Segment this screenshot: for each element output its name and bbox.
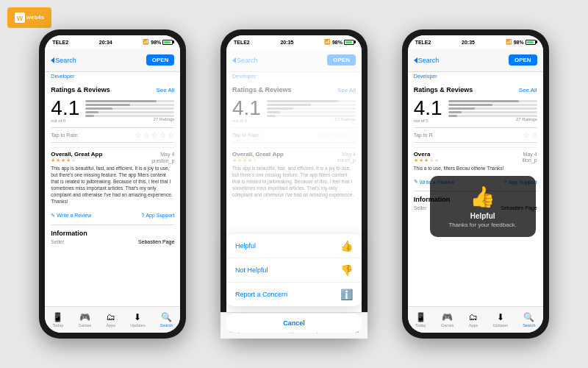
- nav-bar-2: Search OPEN: [226, 49, 362, 72]
- bars-area-1: 27 Ratings: [85, 98, 174, 121]
- helpful-subtitle-3: Thanks for your feedback.: [448, 222, 517, 228]
- ratings-row-1: 4.1 out of 5 27 Ratings: [51, 98, 174, 123]
- time-1: 20:34: [99, 40, 112, 45]
- big-score-1: 4.1 out of 5: [51, 98, 79, 123]
- write-review-link-1[interactable]: ✎Write a Review: [51, 213, 91, 219]
- phone-1-screen: TELE2 20:34 📶 98% Search OPEN Developer: [45, 35, 180, 333]
- info-section-1: Information Seller Sebastien Page: [51, 224, 174, 244]
- review-card-3: Overa May 4 ★★★★★ illon_p This a to use,…: [414, 147, 537, 171]
- content-1: Ratings & Reviews See All 4.1 out of 5: [45, 80, 180, 306]
- tab-apps-1[interactable]: 🗂Apps: [106, 312, 115, 328]
- app-support-link-1[interactable]: ?App Support: [142, 213, 175, 219]
- phone-3-screen: TELE2 20:35 📶 98% Search OPEN Developer: [408, 35, 543, 333]
- battery-pct-1: 98%: [151, 40, 161, 45]
- phone-3: TELE2 20:35 📶 98% Search OPEN Developer: [402, 29, 549, 339]
- not-helpful-option[interactable]: Not Helpful 👎: [226, 258, 362, 283]
- report-concern-option[interactable]: Report a Concern ℹ️: [226, 283, 362, 306]
- status-right-2: 📶 98%: [324, 39, 354, 45]
- ratings-count-1: 27 Ratings: [85, 117, 174, 121]
- phone-2-screen: TELE2 20:35 📶 98% Search OPEN Developer: [226, 35, 362, 333]
- tab-updates-1[interactable]: ⬇Updates: [130, 312, 146, 328]
- developer-label-1: Developer: [45, 72, 180, 80]
- tab-games-1[interactable]: 🎮Games: [79, 312, 92, 328]
- nav-back-label-1: Search: [55, 57, 76, 64]
- logo: w web4s: [7, 7, 51, 28]
- content-3: Ratings & Reviews See All 4.1 out of 5: [408, 80, 543, 306]
- carrier-1: TELE2: [52, 40, 68, 45]
- logo-text: web4s: [26, 15, 44, 21]
- tab-today-1[interactable]: 📱Today: [52, 312, 63, 328]
- helpful-title-3: Helpful: [470, 212, 495, 220]
- ratings-header-1: Ratings & Reviews See All: [51, 86, 174, 93]
- tab-bar-1: 📱Today 🎮Games 🗂Apps ⬇Updates 🔍Search: [45, 306, 180, 333]
- nav-bar-3: Search OPEN: [408, 49, 543, 72]
- see-all-1[interactable]: See All: [156, 87, 174, 93]
- review-actions-1: ✎Write a Review ?App Support: [51, 213, 174, 219]
- tab-bar-3: 📱Today 🎮Games 🗂Apps ⬇Updates 🔍Search: [408, 306, 543, 333]
- cancel-button-2[interactable]: Cancel: [226, 314, 362, 333]
- info-icon: ℹ️: [340, 289, 353, 300]
- page-wrapper: w web4s TELE2 20:34 📶 98% Search: [0, 0, 588, 368]
- ratings-title-1: Ratings & Reviews: [51, 86, 110, 93]
- nav-back-1[interactable]: Search: [51, 57, 76, 64]
- carrier-2: TELE2: [234, 40, 250, 45]
- phone-1: TELE2 20:34 📶 98% Search OPEN Developer: [39, 29, 186, 339]
- phone-2: TELE2 20:35 📶 98% Search OPEN Developer: [220, 29, 368, 339]
- status-bar-1: TELE2 20:34 📶 98%: [45, 35, 180, 49]
- logo-w-letter: w: [15, 13, 25, 23]
- open-button-1[interactable]: OPEN: [146, 54, 175, 66]
- battery-icon-1: [162, 40, 173, 45]
- status-bar-2: TELE2 20:35 📶 98%: [226, 35, 362, 49]
- nav-bar-1: Search OPEN: [45, 49, 180, 72]
- thumbs-down-icon: 👎: [340, 264, 353, 276]
- status-right-1: 📶 98%: [143, 39, 173, 45]
- helpful-tooltip-3: 👍 Helpful Thanks for your feedback.: [430, 176, 536, 237]
- review-card-1: Overall, Great App May 4 ★★★★★ preston_p…: [51, 147, 174, 205]
- thumbs-up-icon: 👍: [340, 240, 353, 252]
- thumbs-up-icon-3: 👍: [470, 185, 495, 209]
- helpful-option[interactable]: Helpful 👍: [226, 234, 362, 258]
- time-2: 20:35: [280, 40, 293, 45]
- status-bar-3: TELE2 20:35 📶 98%: [408, 35, 543, 49]
- signal-icon-1: 📶: [143, 39, 149, 45]
- tab-search-1[interactable]: 🔍Search: [160, 312, 173, 328]
- tap-to-rate-1[interactable]: Tap to Rate: ☆☆☆☆☆: [51, 127, 174, 143]
- action-sheet-2: Helpful 👍 Not Helpful 👎 Report a Concern…: [226, 234, 362, 306]
- chevron-left-icon-1: [51, 57, 54, 63]
